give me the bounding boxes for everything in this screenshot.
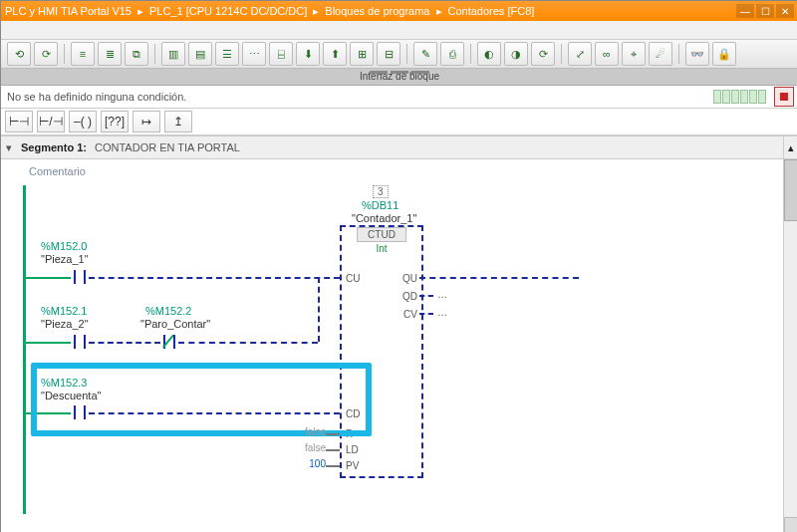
menu-bar[interactable]	[1, 21, 797, 40]
no-contact[interactable]	[71, 268, 89, 286]
toolbar-button[interactable]: ⟲	[7, 42, 31, 66]
maximize-button[interactable]: ☐	[756, 4, 774, 18]
block-type: CTUD	[357, 227, 406, 242]
lad-toolbar: ⊢⊣ ⊢/⊣ –( ) [??] ↦ ↥	[1, 109, 797, 135]
segment-name[interactable]: Segmento 1:	[21, 141, 87, 153]
toolbar-button[interactable]: ⋯	[242, 42, 266, 66]
wire	[26, 277, 71, 279]
insert-box-button[interactable]: [??]	[101, 111, 129, 133]
pin-pv[interactable]: PV	[346, 460, 359, 471]
toolbar-button[interactable]: ⤢	[568, 42, 592, 66]
toolbar-button[interactable]: ⬆	[323, 42, 347, 66]
operand-name[interactable]: "Pieza_1"	[41, 253, 89, 265]
vertical-scrollbar[interactable]	[783, 159, 797, 532]
operand-address[interactable]: %M152.2	[145, 305, 191, 317]
segment-comment[interactable]: Comentario	[1, 159, 783, 185]
toolbar-button[interactable]: ⎙	[440, 42, 464, 66]
segment-disclosure[interactable]: ▾	[1, 141, 17, 154]
led-strip-icon	[713, 90, 766, 104]
breadcrumb-item[interactable]: PLC_1 [CPU 1214C DC/DC/DC]	[149, 5, 307, 17]
wire-qd	[419, 295, 433, 297]
insert-no-contact-button[interactable]: ⊢⊣	[5, 111, 33, 133]
param-pv-value[interactable]: 100	[300, 458, 326, 469]
ctud-block[interactable]: CTUD Int CU CD R LD PV QU QD CV	[340, 225, 423, 478]
tia-portal-window: PLC y HMI TIA Portal V15 ▸ PLC_1 [CPU 12…	[0, 0, 797, 532]
toolbar-button[interactable]: 🔒	[712, 42, 736, 66]
operand-name[interactable]: "Pieza_2"	[41, 318, 89, 330]
pin-cu[interactable]: CU	[346, 273, 360, 284]
toolbar-button[interactable]: ⌖	[622, 42, 646, 66]
stop-button[interactable]	[774, 87, 794, 107]
toolbar-button[interactable]: ☄	[649, 42, 672, 66]
interface-bar[interactable]: Interfaz de bloque	[1, 69, 797, 86]
operand-address[interactable]: %M152.1	[41, 305, 87, 317]
pin-qd[interactable]: QD	[402, 291, 417, 302]
network-canvas[interactable]: 3 %DB11 "Contador_1" CTUD Int CU CD R LD…	[1, 185, 783, 514]
instance-db-address[interactable]: %DB11	[362, 199, 398, 211]
toolbar-button[interactable]: ◐	[477, 42, 501, 66]
no-contact[interactable]	[71, 333, 89, 351]
insert-coil-button[interactable]: –( )	[69, 111, 97, 133]
toolbar-button[interactable]: ≡	[71, 42, 95, 66]
minimize-button[interactable]: —	[736, 4, 754, 18]
toolbar-button[interactable]: ☰	[215, 42, 239, 66]
wire	[89, 342, 160, 344]
scroll-up-button[interactable]: ▴	[783, 136, 797, 158]
toolbar-button[interactable]: ⟳	[531, 42, 555, 66]
wire	[89, 277, 340, 279]
segment-title[interactable]: CONTADOR EN TIA PORTAL	[95, 141, 240, 153]
lad-editor[interactable]: Comentario 3 %DB11 "Contador_1" CTUD Int…	[1, 159, 783, 532]
toolbar-button[interactable]: ⌸	[269, 42, 293, 66]
breadcrumb-sep: ▸	[137, 5, 143, 18]
toolbar-button[interactable]: ▤	[188, 42, 212, 66]
breadcrumb-item[interactable]: Contadores [FC8]	[448, 5, 535, 17]
toolbar-button[interactable]: 👓	[685, 42, 709, 66]
param-stub	[326, 465, 340, 467]
toolbar-button[interactable]: ⊟	[377, 42, 400, 66]
scroll-down-button[interactable]	[784, 517, 797, 532]
close-branch-button[interactable]: ↥	[164, 111, 192, 133]
toolbar-button[interactable]: ✎	[413, 42, 437, 66]
power-rail	[23, 185, 26, 514]
scrollbar-thumb[interactable]	[784, 159, 797, 221]
cv-unassigned-icon: …	[437, 307, 447, 318]
wire-vertical	[318, 277, 320, 342]
pin-qu[interactable]: QU	[402, 273, 417, 284]
toolbar-button[interactable]: ◑	[504, 42, 528, 66]
pin-ld[interactable]: LD	[346, 444, 359, 455]
toolbar-button[interactable]: ∞	[595, 42, 619, 66]
wire	[26, 342, 71, 344]
breadcrumb-sep: ▸	[436, 5, 442, 18]
block-datatype: Int	[376, 243, 387, 254]
breadcrumb-item[interactable]: Bloques de programa	[325, 5, 429, 17]
param-ld-value[interactable]: false	[300, 442, 326, 453]
wire-cv	[419, 313, 433, 315]
toolbar-button[interactable]: ⬇	[296, 42, 320, 66]
param-stub	[326, 433, 340, 435]
instance-db-name[interactable]: "Contador_1"	[352, 212, 416, 224]
param-r-value[interactable]: false	[300, 426, 326, 437]
operand-address[interactable]: %M152.0	[41, 240, 87, 252]
operand-name[interactable]: "Paro_Contar"	[140, 318, 210, 330]
condition-row: No se ha definido ninguna condición.	[1, 86, 797, 109]
breadcrumb-item[interactable]: PLC y HMI TIA Portal V15	[5, 5, 132, 17]
toolbar-button[interactable]: ⧉	[125, 42, 148, 66]
title-bar: PLC y HMI TIA Portal V15 ▸ PLC_1 [CPU 12…	[1, 1, 797, 21]
wire	[178, 342, 318, 344]
wire-qu	[419, 277, 579, 279]
editor-body: Comentario 3 %DB11 "Contador_1" CTUD Int…	[1, 159, 797, 532]
close-button[interactable]: ✕	[776, 4, 794, 18]
open-branch-button[interactable]: ↦	[133, 111, 160, 133]
main-toolbar: ⟲ ⟳ ≡ ≣ ⧉ ▥ ▤ ☰ ⋯ ⌸ ⬇ ⬆ ⊞ ⊟ ✎ ⎙ ◐ ◑ ⟳ ⤢ …	[1, 40, 797, 69]
param-stub	[326, 449, 340, 451]
nc-contact[interactable]	[160, 333, 178, 351]
qd-unassigned-icon: …	[437, 289, 447, 300]
instance-index: 3	[373, 185, 389, 198]
insert-nc-contact-button[interactable]: ⊢/⊣	[37, 111, 65, 133]
toolbar-button[interactable]: ⟳	[34, 42, 58, 66]
toolbar-button[interactable]: ⊞	[350, 42, 374, 66]
toolbar-button[interactable]: ▥	[161, 42, 185, 66]
toolbar-button[interactable]: ≣	[98, 42, 122, 66]
pin-cv[interactable]: CV	[403, 309, 417, 320]
breadcrumb-sep: ▸	[313, 5, 319, 18]
